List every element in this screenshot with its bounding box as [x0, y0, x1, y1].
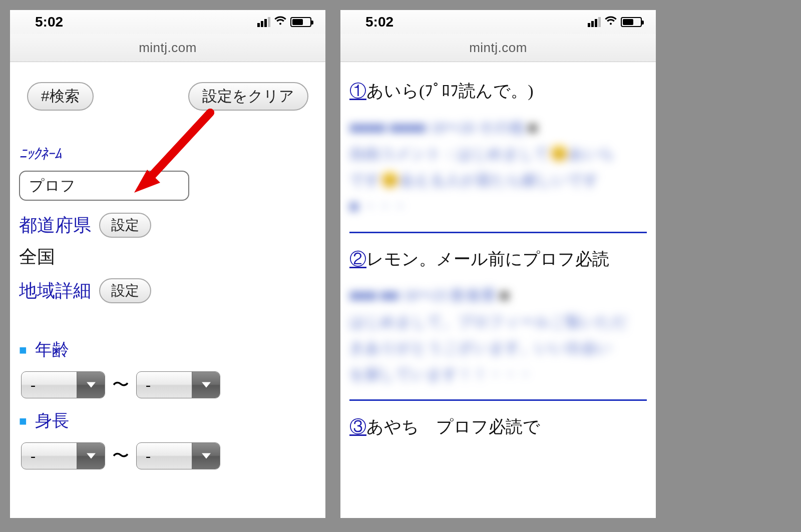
status-time: 5:02: [365, 14, 393, 30]
nickname-input[interactable]: [19, 171, 189, 201]
browser-url-bar[interactable]: mintj.com: [340, 34, 656, 62]
nickname-label: ﾆｯｸﾈｰﾑ: [19, 146, 316, 163]
blurred-body: ■■■■ ■■■■ 18〜20 その他 ■ 自由コメント：はじめまして😊あいら …: [349, 115, 647, 220]
browser-url-bar[interactable]: mintj.com: [10, 34, 325, 62]
chevron-down-icon: [192, 443, 220, 469]
clear-settings-button[interactable]: 設定をクリア: [188, 82, 308, 111]
chevron-down-icon: [77, 372, 105, 398]
prefecture-label: 都道府県: [19, 213, 91, 238]
result-number: ③: [349, 417, 366, 436]
battery-icon: [621, 17, 642, 27]
status-icons: [257, 16, 311, 29]
search-results: ①あいら(ﾌﾟﾛﾌ読んで。) ■■■■ ■■■■ 18〜20 その他 ■ 自由コ…: [340, 62, 656, 452]
result-item[interactable]: ①あいら(ﾌﾟﾛﾌ読んで。) ■■■■ ■■■■ 18〜20 その他 ■ 自由コ…: [349, 65, 647, 233]
height-section-label: ■身長: [19, 409, 316, 432]
result-title: ①あいら(ﾌﾟﾛﾌ読んで。): [349, 78, 647, 105]
search-form: #検索 設定をクリア ﾆｯｸﾈｰﾑ 都道府県 設定 全国 地域詳細 設定 ■年齢…: [10, 62, 325, 469]
status-bar: 5:02: [10, 10, 325, 34]
region-detail-label: 地域詳細: [19, 279, 91, 303]
url-text: mintj.com: [139, 40, 197, 56]
age-section-label: ■年齢: [19, 338, 316, 361]
phone-screenshot-left: 5:02 mintj.com #検索 設定をクリア ﾆｯｸﾈｰﾑ 都道府県 設定…: [10, 10, 325, 518]
square-bullet-icon: ■: [19, 414, 27, 427]
height-to-select[interactable]: -: [136, 442, 220, 469]
status-icons: [588, 16, 642, 29]
status-time: 5:02: [35, 14, 63, 30]
result-number: ①: [349, 82, 366, 100]
phone-screenshot-right: 5:02 mintj.com ①あいら(ﾌﾟﾛﾌ読んで。) ■■■■ ■■■■ …: [340, 10, 656, 518]
chevron-down-icon: [192, 372, 220, 398]
wifi-icon: [274, 16, 286, 29]
result-item[interactable]: ③あやち プロフ必読で: [349, 401, 647, 452]
height-from-select[interactable]: -: [21, 442, 105, 469]
result-title: ③あやち プロフ必読で: [349, 414, 647, 440]
result-title: ②レモン。メール前にプロフ必読: [349, 246, 647, 273]
range-separator: 〜: [112, 444, 129, 467]
wifi-icon: [605, 16, 617, 29]
battery-icon: [290, 17, 311, 27]
age-from-select[interactable]: -: [21, 371, 105, 398]
chevron-down-icon: [77, 443, 105, 469]
age-to-select[interactable]: -: [136, 371, 220, 398]
result-item[interactable]: ②レモン。メール前にプロフ必読 ■■■ ■■ 18〜25 飲食業 ■ はじめまし…: [349, 233, 647, 401]
prefecture-value: 全国: [19, 245, 316, 269]
square-bullet-icon: ■: [19, 343, 27, 356]
prefecture-set-button[interactable]: 設定: [99, 213, 151, 238]
range-separator: 〜: [112, 373, 129, 396]
cellular-signal-icon: [588, 17, 601, 27]
blurred-body: ■■■ ■■ 18〜25 飲食業 ■ はじめまして。プロフィールご覧いただ きあ…: [349, 282, 647, 387]
result-number: ②: [349, 250, 366, 268]
status-bar: 5:02: [340, 10, 656, 34]
url-text: mintj.com: [469, 40, 527, 56]
region-detail-set-button[interactable]: 設定: [99, 278, 151, 303]
hash-search-button[interactable]: #検索: [27, 82, 94, 111]
cellular-signal-icon: [257, 17, 270, 27]
